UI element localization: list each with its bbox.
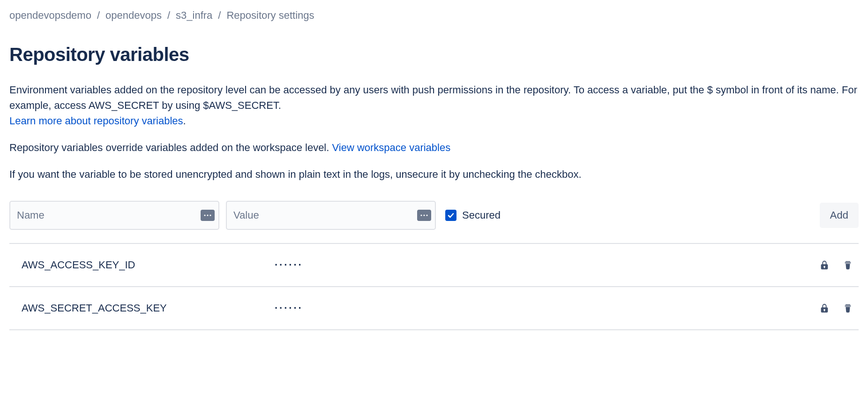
svg-point-2 — [210, 214, 211, 216]
variable-name: AWS_ACCESS_KEY_ID — [22, 259, 275, 271]
variable-value-masked: ······ — [275, 259, 817, 271]
variable-name: AWS_SECRET_ACCESS_KEY — [22, 302, 275, 314]
workspace-variables-link[interactable]: View workspace variables — [332, 142, 450, 153]
breadcrumb-item-project[interactable]: opendevops — [105, 9, 162, 22]
description-paragraph-2: Repository variables override variables … — [9, 140, 859, 155]
trash-icon[interactable] — [841, 301, 855, 315]
learn-more-link[interactable]: Learn more about repository variables — [9, 115, 183, 127]
breadcrumb: opendevopsdemo / opendevops / s3_infra /… — [9, 9, 859, 22]
trash-icon[interactable] — [841, 258, 855, 272]
variable-row: AWS_ACCESS_KEY_ID······ — [9, 244, 859, 287]
ellipsis-icon[interactable] — [201, 210, 215, 221]
breadcrumb-item-workspace[interactable]: opendevopsdemo — [9, 9, 91, 22]
breadcrumb-item-repo[interactable]: s3_infra — [176, 9, 212, 22]
description-text: Repository variables override variables … — [9, 142, 332, 153]
svg-point-1 — [207, 214, 208, 216]
add-button[interactable]: Add — [820, 203, 859, 228]
secured-checkbox-wrap: Secured — [445, 209, 501, 221]
add-variable-form: Secured Add — [9, 201, 859, 244]
breadcrumb-item-settings[interactable]: Repository settings — [226, 9, 314, 22]
lock-icon[interactable] — [817, 301, 831, 315]
ellipsis-icon[interactable] — [417, 210, 431, 221]
secured-label: Secured — [462, 209, 501, 221]
name-input-wrap — [9, 201, 219, 230]
page-title: Repository variables — [9, 44, 859, 65]
svg-point-4 — [423, 214, 425, 216]
lock-icon[interactable] — [817, 258, 831, 272]
description-paragraph-1: Environment variables added on the repos… — [9, 82, 859, 129]
description-text: Environment variables added on the repos… — [9, 84, 857, 111]
value-input[interactable] — [226, 201, 436, 230]
variable-row: AWS_SECRET_ACCESS_KEY······ — [9, 287, 859, 330]
name-input[interactable] — [9, 201, 219, 230]
variable-value-masked: ······ — [275, 302, 817, 314]
breadcrumb-sep: / — [97, 9, 100, 22]
svg-point-3 — [420, 214, 422, 216]
secured-checkbox[interactable] — [445, 210, 456, 221]
value-input-wrap — [226, 201, 436, 230]
description-paragraph-3: If you want the variable to be stored un… — [9, 167, 859, 182]
variable-actions — [817, 301, 859, 315]
breadcrumb-sep: / — [218, 9, 221, 22]
breadcrumb-sep: / — [167, 9, 170, 22]
svg-point-0 — [204, 214, 205, 216]
svg-point-5 — [426, 214, 427, 216]
variable-actions — [817, 258, 859, 272]
